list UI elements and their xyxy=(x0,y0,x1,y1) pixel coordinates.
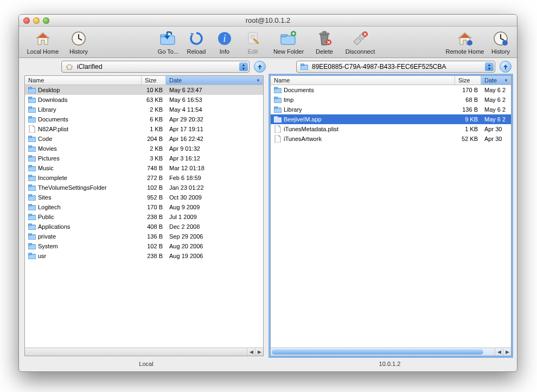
svg-rect-8 xyxy=(323,31,326,33)
scroll-right-icon[interactable]: ▶ xyxy=(503,348,511,356)
list-item[interactable]: Movies2 KBApr 9 01:32 xyxy=(25,144,263,153)
local-panel: Name Size Date Desktop10 KBMay 6 23:47Do… xyxy=(24,75,264,356)
info-icon: i xyxy=(216,30,233,47)
folder-icon xyxy=(28,115,36,123)
column-header-date[interactable]: Date xyxy=(166,76,263,85)
edit-button[interactable]: Edit xyxy=(240,30,266,55)
disconnect-icon xyxy=(351,30,369,47)
file-date: May 6 2 xyxy=(481,97,511,103)
folder-icon xyxy=(28,106,36,113)
list-item[interactable]: Library136 BMay 6 2 xyxy=(271,105,511,114)
list-item[interactable]: Public238 BJul 1 2009 xyxy=(25,212,263,222)
local-file-list[interactable]: Desktop10 KBMay 6 23:47Downloads63 KBMay… xyxy=(25,85,263,348)
folder-icon xyxy=(28,184,36,191)
file-size: 68 B xyxy=(455,97,481,103)
file-date: Apr 30 xyxy=(481,136,511,142)
list-item[interactable]: iTunesArtwork52 KBApr 30 xyxy=(271,134,511,144)
folder-icon xyxy=(28,194,36,201)
list-item[interactable]: Incomplete272 BFeb 6 18:59 xyxy=(25,173,263,183)
list-item[interactable]: Applications408 BDec 2 2008 xyxy=(25,222,263,232)
file-date: Jul 1 2009 xyxy=(166,214,263,220)
list-item[interactable]: tmp68 BMay 6 2 xyxy=(271,95,511,105)
list-item[interactable]: usr238 BAug 19 2006 xyxy=(25,251,263,261)
file-size: 272 B xyxy=(142,175,166,181)
file-size: 952 B xyxy=(142,194,166,201)
file-name: Applications xyxy=(38,223,70,230)
file-date: Jan 23 01:22 xyxy=(166,184,263,191)
remote-go-up-button[interactable] xyxy=(500,61,512,73)
list-item[interactable]: Code204 BApr 16 22:42 xyxy=(25,134,263,144)
folder-icon xyxy=(274,96,282,104)
list-item[interactable]: Documents6 KBApr 29 20:32 xyxy=(25,114,263,124)
column-header-size[interactable]: Size xyxy=(142,76,166,85)
file-name: Incomplete xyxy=(38,175,67,181)
disconnect-button[interactable]: Disconnect xyxy=(340,30,381,55)
file-size: 1 KB xyxy=(142,126,166,132)
column-header-name[interactable]: Name xyxy=(271,76,455,85)
new-folder-button[interactable]: New Folder xyxy=(268,30,309,55)
scroll-left-icon[interactable]: ◀ xyxy=(495,348,503,356)
file-date: May 6 2 xyxy=(481,116,511,123)
list-item[interactable]: Pictures3 KBApr 3 16:12 xyxy=(25,153,263,163)
local-go-up-button[interactable] xyxy=(254,61,266,73)
file-icon xyxy=(274,135,282,143)
folder-icon xyxy=(274,106,282,113)
remote-file-list[interactable]: Documents170 BMay 6 2tmp68 BMay 6 2Libra… xyxy=(271,85,511,348)
column-header-date[interactable]: Date xyxy=(481,76,511,85)
list-item[interactable]: Library2 KBMay 4 11:54 xyxy=(25,105,263,114)
local-horizontal-scrollbar[interactable]: ◀▶ xyxy=(25,348,263,356)
reload-button[interactable]: Reload xyxy=(183,30,209,55)
column-header-name[interactable]: Name xyxy=(25,76,142,85)
list-item[interactable]: private136 BSep 29 2006 xyxy=(25,232,263,241)
file-date: Apr 17 19:11 xyxy=(166,126,263,132)
file-date: Apr 30 xyxy=(481,126,511,132)
remote-history-button[interactable]: History xyxy=(488,30,514,55)
local-path-popup[interactable]: iClarified ▲▼ xyxy=(61,61,250,73)
file-date: Apr 9 01:32 xyxy=(166,145,263,152)
list-item[interactable]: Logitech170 BAug 9 2009 xyxy=(25,202,263,212)
info-button[interactable]: i Info xyxy=(212,30,238,55)
list-item[interactable]: BeejiveIM.app9 KBMay 6 2 xyxy=(271,114,511,124)
goto-button[interactable]: Go To... xyxy=(155,30,181,55)
file-icon xyxy=(28,125,36,133)
local-column-headers: Name Size Date xyxy=(25,76,263,85)
file-size: 9 KB xyxy=(455,116,481,123)
list-item[interactable]: Downloads63 KBMay 6 16:53 xyxy=(25,95,263,105)
file-name: Public xyxy=(38,214,54,220)
titlebar[interactable]: root@10.0.1.2 xyxy=(19,15,517,27)
scroll-left-icon[interactable]: ◀ xyxy=(247,348,255,356)
window-title: root@10.0.1.2 xyxy=(19,16,517,24)
list-item[interactable]: Sites952 BOct 30 2009 xyxy=(25,192,263,202)
file-date: Mar 12 01:18 xyxy=(166,165,263,171)
file-name: N82AP.plist xyxy=(38,126,68,132)
delete-button[interactable]: Delete xyxy=(311,30,337,55)
local-path-label: iClarified xyxy=(77,63,103,70)
file-size: 136 B xyxy=(142,233,166,240)
list-item[interactable]: Music748 BMar 12 01:18 xyxy=(25,163,263,173)
column-header-size[interactable]: Size xyxy=(455,76,481,85)
local-home-button[interactable]: Local Home xyxy=(22,30,63,55)
remote-home-icon xyxy=(456,30,474,47)
remote-path-popup[interactable]: 89EE0885-C79A-4987-B433-FEC6EF525CBA ▲▼ xyxy=(296,61,495,73)
file-date: Apr 16 22:42 xyxy=(166,136,263,142)
remote-home-button[interactable]: Remote Home xyxy=(444,30,485,55)
scroll-right-icon[interactable]: ▶ xyxy=(255,348,263,356)
file-size: 136 B xyxy=(455,106,481,113)
path-bar: iClarified ▲▼ 89EE0885-C79A-4987-B433-FE… xyxy=(19,58,517,75)
folder-icon xyxy=(300,62,309,71)
list-item[interactable]: System102 BAug 20 2006 xyxy=(25,241,263,251)
list-item[interactable]: iTunesMetadata.plist1 KBApr 30 xyxy=(271,124,511,134)
file-size: 102 B xyxy=(142,243,166,249)
file-size: 170 B xyxy=(142,204,166,210)
list-item[interactable]: Documents170 BMay 6 2 xyxy=(271,85,511,95)
file-name: iTunesMetadata.plist xyxy=(284,126,338,132)
list-item[interactable]: TheVolumeSettingsFolder102 BJan 23 01:22 xyxy=(25,183,263,192)
remote-clock-icon xyxy=(492,30,509,47)
list-item[interactable]: Desktop10 KBMay 6 23:47 xyxy=(25,85,263,95)
file-name: Logitech xyxy=(38,204,61,210)
remote-horizontal-scrollbar[interactable]: ◀▶ xyxy=(271,348,511,356)
svg-point-11 xyxy=(467,40,472,46)
local-history-button[interactable]: History xyxy=(66,30,92,55)
home-folder-icon xyxy=(65,62,74,71)
list-item[interactable]: N82AP.plist1 KBApr 17 19:11 xyxy=(25,124,263,134)
